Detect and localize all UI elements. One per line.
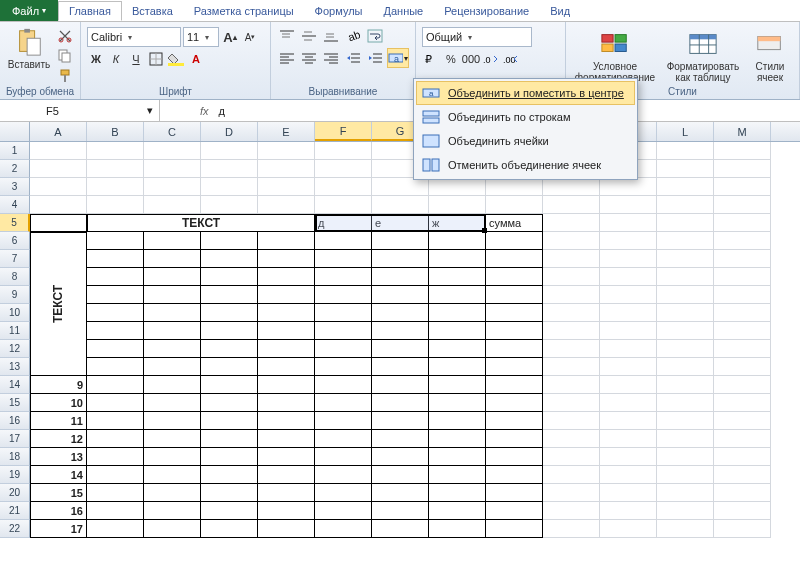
cell[interactable] — [315, 466, 372, 484]
cell[interactable] — [372, 196, 429, 214]
cell[interactable] — [486, 484, 543, 502]
cell[interactable] — [600, 304, 657, 322]
cell[interactable] — [372, 394, 429, 412]
format-painter-button[interactable] — [56, 67, 74, 85]
cell[interactable] — [714, 376, 771, 394]
cell[interactable] — [486, 322, 543, 340]
cell[interactable] — [30, 160, 87, 178]
cell[interactable]: 16 — [30, 502, 87, 520]
cell[interactable] — [258, 286, 315, 304]
cell[interactable] — [201, 178, 258, 196]
cell[interactable] — [714, 250, 771, 268]
percent-format-button[interactable]: % — [442, 50, 460, 68]
merge-across-item[interactable]: Объединить по строкам — [416, 105, 635, 129]
cell[interactable] — [486, 268, 543, 286]
cell[interactable] — [30, 214, 87, 232]
cell[interactable] — [372, 286, 429, 304]
select-all-cell[interactable] — [0, 122, 30, 141]
font-name-select[interactable]: Calibri▾ — [87, 27, 181, 47]
cell[interactable] — [315, 232, 372, 250]
cell[interactable] — [657, 322, 714, 340]
cell[interactable] — [714, 466, 771, 484]
cell[interactable] — [429, 304, 486, 322]
cell[interactable] — [543, 394, 600, 412]
cell[interactable] — [258, 196, 315, 214]
cell[interactable] — [714, 142, 771, 160]
cell[interactable] — [258, 520, 315, 538]
cell[interactable] — [714, 286, 771, 304]
cell[interactable] — [543, 376, 600, 394]
cell[interactable] — [372, 268, 429, 286]
cell[interactable] — [486, 178, 543, 196]
cell[interactable]: сумма — [486, 214, 543, 232]
cell[interactable] — [714, 502, 771, 520]
copy-button[interactable] — [56, 47, 74, 65]
cell[interactable] — [429, 322, 486, 340]
cell[interactable] — [315, 304, 372, 322]
name-box[interactable]: F5 ▾ — [40, 100, 160, 121]
col-header[interactable]: B — [87, 122, 144, 141]
cell[interactable] — [486, 430, 543, 448]
decrease-indent-button[interactable] — [343, 49, 363, 67]
formula-input[interactable]: д — [219, 105, 225, 117]
cell[interactable] — [657, 466, 714, 484]
cell[interactable] — [714, 322, 771, 340]
cell[interactable] — [486, 232, 543, 250]
cell[interactable] — [144, 394, 201, 412]
cell[interactable] — [258, 358, 315, 376]
cell[interactable] — [429, 232, 486, 250]
tab-formulas[interactable]: Формулы — [305, 0, 374, 21]
col-header[interactable]: A — [30, 122, 87, 141]
cell[interactable] — [372, 322, 429, 340]
cell[interactable] — [543, 322, 600, 340]
cell[interactable] — [201, 520, 258, 538]
cell[interactable] — [201, 250, 258, 268]
cell[interactable] — [714, 232, 771, 250]
cell[interactable] — [600, 178, 657, 196]
cell[interactable] — [543, 358, 600, 376]
cell[interactable] — [486, 286, 543, 304]
cell[interactable] — [201, 304, 258, 322]
cell[interactable] — [201, 394, 258, 412]
cell[interactable]: 17 — [30, 520, 87, 538]
cell[interactable] — [600, 268, 657, 286]
cell[interactable] — [372, 412, 429, 430]
cell[interactable] — [543, 340, 600, 358]
tab-page-layout[interactable]: Разметка страницы — [184, 0, 305, 21]
cell[interactable] — [315, 394, 372, 412]
merged-header-cell[interactable]: ТЕКСТ — [87, 214, 315, 232]
row-header[interactable]: 7 — [0, 250, 30, 268]
cell[interactable] — [657, 196, 714, 214]
cell[interactable] — [144, 376, 201, 394]
row-header[interactable]: 6 — [0, 232, 30, 250]
cell[interactable]: 15 — [30, 484, 87, 502]
cell[interactable] — [657, 376, 714, 394]
row-header[interactable]: 18 — [0, 448, 30, 466]
cell[interactable] — [201, 376, 258, 394]
cell[interactable] — [315, 448, 372, 466]
cell[interactable] — [144, 502, 201, 520]
cell[interactable] — [30, 142, 87, 160]
grow-font-button[interactable]: A▴ — [221, 28, 239, 46]
cell[interactable] — [87, 250, 144, 268]
cell[interactable] — [657, 394, 714, 412]
cell[interactable] — [87, 484, 144, 502]
cell[interactable] — [87, 322, 144, 340]
cell[interactable] — [201, 142, 258, 160]
cell[interactable]: 14 — [30, 466, 87, 484]
cell[interactable] — [543, 520, 600, 538]
cell[interactable] — [201, 340, 258, 358]
merge-cells-button[interactable]: a▾ — [387, 48, 409, 68]
cell[interactable] — [657, 520, 714, 538]
col-header[interactable]: M — [714, 122, 771, 141]
cell[interactable] — [486, 448, 543, 466]
cell[interactable] — [486, 502, 543, 520]
cell[interactable] — [258, 160, 315, 178]
cell-styles-button[interactable]: Стили ячеек — [748, 26, 792, 83]
cell[interactable] — [714, 358, 771, 376]
tab-review[interactable]: Рецензирование — [434, 0, 540, 21]
cell[interactable] — [144, 322, 201, 340]
cell[interactable] — [144, 448, 201, 466]
cell[interactable] — [429, 286, 486, 304]
cell[interactable] — [714, 520, 771, 538]
